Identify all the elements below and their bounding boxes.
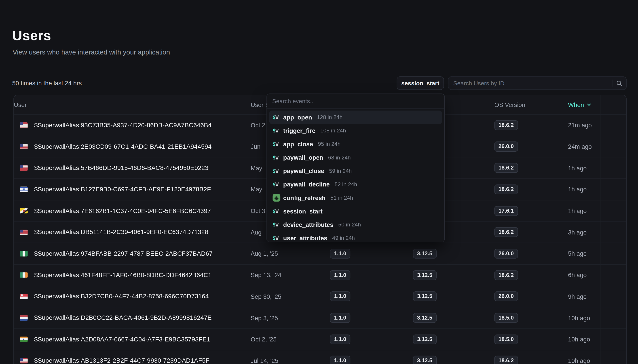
event-count: 128 in 24h bbox=[317, 114, 343, 120]
event-count: 52 in 24h bbox=[335, 181, 357, 187]
user-id: $SuperwallAlias:2E03CD09-67C1-4ADC-BA41-… bbox=[34, 143, 212, 150]
os-version-badge: 18.6.2 bbox=[494, 163, 518, 173]
user-id: $SuperwallAlias:A2D08AA7-0667-4C04-A7F3-… bbox=[34, 336, 210, 343]
event-label: paywall_decline bbox=[283, 181, 330, 188]
user-since-cell: Sep 30, '25 bbox=[251, 293, 330, 300]
event-list-item[interactable]: $W ◉ trigger_fire 108 in 24h bbox=[269, 124, 442, 137]
row-gutter bbox=[601, 158, 626, 178]
app-version-badge: 1.1.0 bbox=[330, 313, 350, 323]
event-label: paywall_open bbox=[283, 154, 323, 161]
superwall-dollar-w-icon: $W bbox=[273, 141, 283, 147]
user-table-row[interactable]: $SuperwallAlias:AB1313F2-2B2F-44C7-9930-… bbox=[14, 350, 626, 364]
event-count-summary: 50 times in the last 24 hrs bbox=[12, 80, 82, 87]
os-version-cell: 26.0.0 bbox=[494, 292, 568, 302]
os-version-badge: 18.5.0 bbox=[494, 334, 518, 344]
row-gutter bbox=[601, 329, 626, 350]
country-flag-icon bbox=[20, 272, 28, 278]
superwall-dollar-w-icon: $W bbox=[273, 114, 283, 120]
when-cell: 5h ago bbox=[568, 250, 601, 257]
country-flag-icon bbox=[20, 208, 28, 214]
os-version-cell: 18.6.2 bbox=[494, 270, 568, 280]
row-gutter bbox=[601, 136, 626, 157]
user-table-row[interactable]: $SuperwallAlias:B32D7CB0-A4F7-44B2-8758-… bbox=[14, 286, 626, 307]
event-label: user_attributes bbox=[283, 234, 327, 242]
os-version-badge: 18.6.2 bbox=[494, 270, 518, 280]
user-id: $SuperwallAlias:AB1313F2-2B2F-44C7-9930-… bbox=[34, 357, 209, 364]
event-list-item[interactable]: $W ◉ paywall_open 68 in 24h bbox=[269, 151, 442, 164]
event-count: 68 in 24h bbox=[328, 154, 351, 160]
os-version-badge: 17.6.1 bbox=[494, 206, 518, 216]
page-subtitle: View users who have interacted with your… bbox=[13, 48, 170, 56]
app-version-badge: 1.1.0 bbox=[330, 249, 350, 258]
event-list-item[interactable]: $W ◉ user_attributes 49 in 24h bbox=[269, 231, 442, 242]
when-cell: 1h ago bbox=[568, 164, 601, 172]
event-count: 51 in 24h bbox=[331, 195, 353, 201]
user-id-cell: $SuperwallAlias:A2D08AA7-0667-4C04-A7F3-… bbox=[14, 336, 251, 343]
event-filter-button[interactable]: session_start bbox=[397, 76, 444, 90]
user-table-row[interactable]: $SuperwallAlias:D2B0CC22-BACA-4061-9B2D-… bbox=[14, 307, 626, 328]
event-label: app_close bbox=[283, 141, 313, 148]
when-cell: 1h ago bbox=[568, 207, 601, 214]
app-version-badge: 1.1.0 bbox=[330, 292, 350, 302]
user-table-row[interactable]: $SuperwallAlias:461F48FE-1AF0-46B0-8DBC-… bbox=[14, 264, 626, 286]
user-table-row[interactable]: $SuperwallAlias:974BFABB-2297-4787-BEEC-… bbox=[14, 243, 626, 264]
user-id-cell: $SuperwallAlias:B127E9B0-C697-4CFB-AE9E-… bbox=[14, 186, 251, 193]
sdk-version-badge: 3.12.5 bbox=[413, 334, 437, 344]
event-count: 50 in 24h bbox=[338, 222, 361, 228]
app-version-badge: 1.1.0 bbox=[330, 356, 350, 364]
user-since-cell: Sep 13, '24 bbox=[251, 272, 330, 278]
country-flag-icon bbox=[20, 230, 28, 235]
user-id: $SuperwallAlias:974BFABB-2297-4787-BEEC-… bbox=[34, 250, 213, 257]
user-id-cell: $SuperwallAlias:7E6162B1-1C37-4C0E-94FC-… bbox=[14, 207, 251, 214]
os-version-badge: 18.5.0 bbox=[494, 313, 518, 323]
magnifier-icon[interactable] bbox=[612, 80, 626, 86]
sdk-version-cell: 3.12.5 bbox=[413, 270, 494, 280]
search-users-input[interactable] bbox=[448, 80, 612, 86]
event-list-item[interactable]: $W ◉ device_attributes 50 in 24h bbox=[269, 218, 442, 231]
os-version-cell: 18.6.2 bbox=[494, 227, 568, 237]
event-label: paywall_close bbox=[283, 168, 324, 174]
row-gutter bbox=[601, 200, 626, 221]
user-since-cell: Jul 14, '25 bbox=[251, 357, 330, 364]
event-list-item[interactable]: $W ◉ app_close 95 in 24h bbox=[269, 137, 442, 151]
os-version-cell: 18.5.0 bbox=[494, 313, 568, 323]
header-user: User bbox=[14, 101, 251, 108]
event-search-field bbox=[267, 94, 444, 108]
event-list-item[interactable]: $W ◉ config_refresh 51 in 24h bbox=[269, 191, 442, 204]
event-list-item[interactable]: $W ◉ session_start bbox=[269, 204, 442, 218]
superwall-dollar-w-icon: $W bbox=[273, 235, 283, 241]
os-version-cell: 18.6.2 bbox=[494, 184, 568, 194]
user-id-cell: $SuperwallAlias:AB1313F2-2B2F-44C7-9930-… bbox=[14, 357, 251, 364]
app-version-cell: 1.1.0 bbox=[330, 313, 413, 323]
event-count: 49 in 24h bbox=[332, 235, 355, 241]
superwall-dollar-w-icon: $W bbox=[273, 128, 283, 134]
country-flag-icon bbox=[20, 358, 28, 364]
os-version-badge: 18.6.2 bbox=[494, 184, 518, 194]
app-version-cell: 1.1.0 bbox=[330, 249, 413, 258]
event-count: 108 in 24h bbox=[320, 128, 346, 134]
user-id: $SuperwallAlias:7E6162B1-1C37-4C0E-94FC-… bbox=[34, 207, 211, 214]
os-version-badge: 26.0.0 bbox=[494, 292, 518, 302]
header-os-version: OS Version bbox=[494, 101, 568, 108]
when-cell: 10h ago bbox=[568, 357, 601, 364]
sdk-version-cell: 3.12.5 bbox=[413, 334, 494, 344]
app-version-badge: 1.1.0 bbox=[330, 334, 350, 344]
os-version-badge: 18.6.2 bbox=[494, 227, 518, 237]
row-gutter bbox=[601, 243, 626, 264]
superwall-dollar-w-icon: $W bbox=[273, 222, 283, 228]
when-cell: 10h ago bbox=[568, 336, 601, 343]
event-label: device_attributes bbox=[283, 221, 334, 228]
event-list-item[interactable]: $W ◉ app_open 128 in 24h bbox=[269, 110, 442, 124]
when-cell: 10h ago bbox=[568, 314, 601, 321]
header-when-sort[interactable]: When bbox=[568, 101, 601, 108]
user-table-row[interactable]: $SuperwallAlias:A2D08AA7-0667-4C04-A7F3-… bbox=[14, 328, 626, 350]
user-id: $SuperwallAlias:461F48FE-1AF0-46B0-8DBC-… bbox=[34, 271, 211, 279]
search-events-input[interactable] bbox=[267, 98, 444, 104]
country-flag-icon bbox=[20, 251, 28, 256]
app-version-cell: 1.1.0 bbox=[330, 292, 413, 302]
event-list-item[interactable]: $W ◉ paywall_close 59 in 24h bbox=[269, 164, 442, 178]
when-cell: 9h ago bbox=[568, 293, 601, 300]
user-id-cell: $SuperwallAlias:93C73B35-A937-4D20-86DB-… bbox=[14, 122, 251, 129]
event-list-item[interactable]: $W ◉ paywall_decline 52 in 24h bbox=[269, 178, 442, 191]
when-cell: 1h ago bbox=[568, 186, 601, 193]
